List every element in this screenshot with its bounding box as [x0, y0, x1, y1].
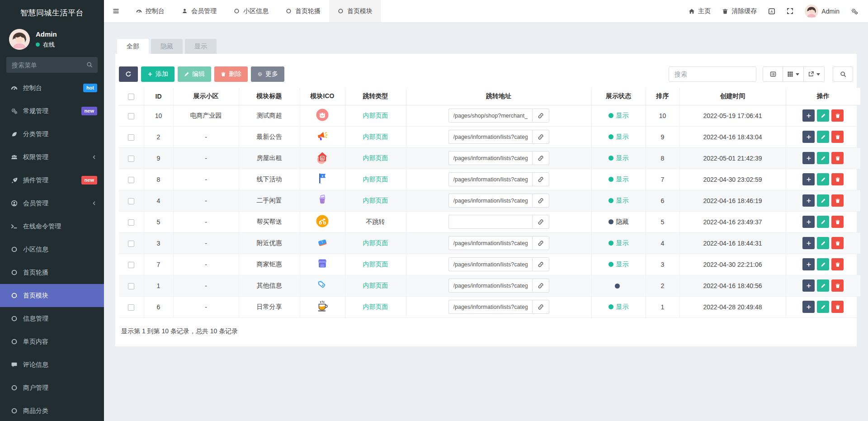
sidebar-item-auth[interactable]: 权限管理	[0, 146, 104, 169]
row-add-button[interactable]	[802, 279, 815, 292]
row-add-button[interactable]	[802, 194, 815, 207]
jump-url-input[interactable]	[448, 109, 532, 123]
fullscreen-icon[interactable]	[787, 8, 793, 14]
sidebar-item-command[interactable]: 在线命令管理	[0, 215, 104, 238]
sidebar-item-comment[interactable]: 评论信息	[0, 353, 104, 376]
link-button[interactable]	[532, 172, 549, 186]
jump-url-input[interactable]	[448, 215, 532, 229]
row-add-button[interactable]	[802, 152, 815, 164]
sidebar-item-information[interactable]: 信息管理	[0, 307, 104, 330]
more-button[interactable]: 更多	[251, 66, 284, 82]
row-checkbox[interactable]	[128, 304, 134, 311]
row-add-button[interactable]	[802, 237, 815, 249]
sidebar-item-category[interactable]: 分类管理	[0, 123, 104, 146]
row-delete-button[interactable]	[831, 279, 844, 292]
sidebar-item-page[interactable]: 单页内容	[0, 330, 104, 353]
row-add-button[interactable]	[802, 258, 815, 270]
row-delete-button[interactable]	[831, 194, 844, 207]
row-add-button[interactable]	[802, 301, 815, 313]
row-edit-button[interactable]	[817, 109, 829, 122]
home-link[interactable]: 主页	[689, 7, 711, 15]
sidebar-item-goods-category[interactable]: 商品分类	[0, 399, 104, 421]
jump-url-input[interactable]	[448, 130, 532, 144]
row-edit-button[interactable]	[817, 194, 829, 207]
row-checkbox[interactable]	[128, 283, 134, 289]
filter-tab-1[interactable]: 隐藏	[151, 39, 183, 54]
row-delete-button[interactable]	[831, 216, 844, 228]
select-all-checkbox[interactable]	[128, 94, 134, 100]
row-checkbox[interactable]	[128, 156, 134, 162]
row-edit-button[interactable]	[817, 173, 829, 185]
row-add-button[interactable]	[802, 109, 815, 122]
jump-url-input[interactable]	[448, 257, 532, 271]
tab-community[interactable]: 小区信息	[225, 0, 277, 22]
filter-tab-2[interactable]: 显示	[185, 39, 217, 54]
delete-button[interactable]: 删除	[214, 66, 248, 82]
export-button[interactable]	[804, 66, 825, 82]
row-edit-button[interactable]	[817, 258, 829, 270]
sidebar-item-addon[interactable]: 插件管理new	[0, 169, 104, 192]
row-delete-button[interactable]	[831, 258, 844, 270]
sidebar-item-module[interactable]: 首页模块	[0, 284, 104, 307]
row-edit-button[interactable]	[817, 279, 829, 292]
link-button[interactable]	[532, 151, 549, 165]
row-delete-button[interactable]	[831, 131, 844, 143]
columns-button[interactable]	[783, 66, 804, 82]
tab-console[interactable]: 控制台	[127, 0, 173, 22]
language-icon[interactable]: A	[768, 8, 775, 15]
row-edit-button[interactable]	[817, 216, 829, 228]
sidebar-item-community[interactable]: 小区信息	[0, 238, 104, 261]
clear-cache-button[interactable]: 清除缓存	[722, 7, 757, 15]
user-menu[interactable]: Admin	[805, 5, 840, 18]
row-delete-button[interactable]	[831, 152, 844, 164]
row-checkbox[interactable]	[128, 177, 134, 183]
link-button[interactable]	[532, 257, 549, 271]
jump-url-input[interactable]	[448, 172, 532, 186]
row-add-button[interactable]	[802, 131, 815, 143]
add-button[interactable]: 添加	[141, 66, 175, 82]
settings-gears-icon[interactable]	[851, 8, 858, 15]
tab-module[interactable]: 首页模块	[329, 0, 381, 22]
row-checkbox[interactable]	[128, 219, 134, 226]
link-button[interactable]	[532, 236, 549, 250]
sidebar-item-member[interactable]: 会员管理	[0, 192, 104, 215]
row-delete-button[interactable]	[831, 173, 844, 185]
link-button[interactable]	[532, 130, 549, 144]
tab-member[interactable]: 会员管理	[173, 0, 225, 22]
row-checkbox[interactable]	[128, 262, 134, 268]
sidebar-item-console[interactable]: 控制台hot	[0, 76, 104, 99]
jump-url-input[interactable]	[448, 194, 532, 208]
link-button[interactable]	[532, 109, 549, 123]
row-edit-button[interactable]	[817, 237, 829, 249]
row-delete-button[interactable]	[831, 109, 844, 122]
filter-tab-0[interactable]: 全部	[117, 39, 149, 54]
menu-toggle-icon[interactable]	[104, 0, 127, 22]
row-add-button[interactable]	[802, 173, 815, 185]
link-button[interactable]	[532, 279, 549, 293]
link-button[interactable]	[532, 194, 549, 208]
row-edit-button[interactable]	[817, 301, 829, 313]
link-button[interactable]	[532, 300, 549, 314]
row-edit-button[interactable]	[817, 152, 829, 164]
jump-url-input[interactable]	[448, 279, 532, 293]
menu-search-input[interactable]	[6, 57, 98, 73]
row-checkbox[interactable]	[128, 198, 134, 204]
edit-button[interactable]: 编辑	[178, 66, 211, 82]
refresh-button[interactable]	[119, 66, 138, 82]
search-button[interactable]	[833, 66, 853, 82]
row-delete-button[interactable]	[831, 237, 844, 249]
row-checkbox[interactable]	[128, 113, 134, 119]
row-add-button[interactable]	[802, 216, 815, 228]
tab-banner[interactable]: 首页轮播	[277, 0, 329, 22]
jump-url-input[interactable]	[448, 300, 532, 314]
row-checkbox[interactable]	[128, 134, 134, 141]
link-button[interactable]	[532, 215, 549, 229]
sidebar-item-general[interactable]: 常规管理new	[0, 99, 104, 123]
jump-url-input[interactable]	[448, 236, 532, 250]
detail-view-button[interactable]	[763, 66, 783, 82]
row-delete-button[interactable]	[831, 301, 844, 313]
row-edit-button[interactable]	[817, 131, 829, 143]
table-search-input[interactable]	[669, 66, 756, 82]
sidebar-item-merchant[interactable]: 商户管理	[0, 376, 104, 399]
jump-url-input[interactable]	[448, 151, 532, 165]
